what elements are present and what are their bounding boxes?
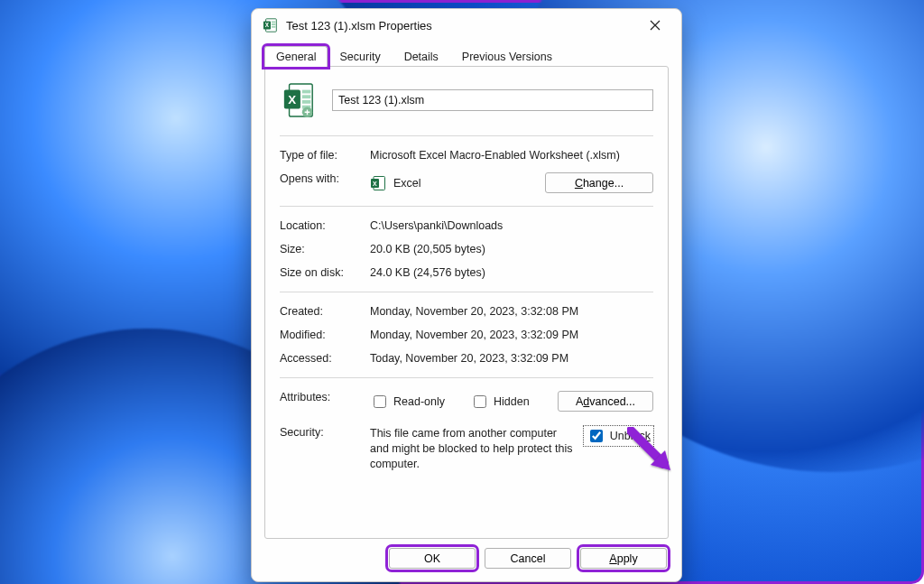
- location-value: C:\Users\panki\Downloads: [370, 219, 653, 232]
- cancel-button[interactable]: Cancel: [485, 548, 571, 569]
- accessed-value: Today, November 20, 2023, 3:32:09 PM: [370, 352, 653, 365]
- security-text: This file came from another computer and…: [370, 426, 577, 472]
- tab-strip: General Security Details Previous Versio…: [264, 45, 669, 66]
- hidden-checkbox[interactable]: Hidden: [470, 393, 530, 411]
- security-label: Security:: [280, 426, 370, 439]
- svg-rect-4: [272, 23, 276, 25]
- tab-previous-versions[interactable]: Previous Versions: [450, 46, 564, 67]
- readonly-checkbox[interactable]: Read-only: [370, 393, 445, 411]
- row-security: Security: This file came from another co…: [280, 426, 653, 472]
- tab-details[interactable]: Details: [393, 46, 450, 67]
- svg-text:X: X: [288, 93, 296, 107]
- accessed-label: Accessed:: [280, 352, 370, 365]
- hidden-checkbox-label: Hidden: [494, 395, 530, 408]
- filetype-label: Type of file:: [280, 149, 370, 162]
- svg-rect-3: [272, 22, 276, 23]
- filetype-value: Microsoft Excel Macro-Enabled Worksheet …: [370, 149, 653, 162]
- close-icon: [650, 20, 661, 31]
- row-opens-with: Opens with: X Excel Change...: [280, 172, 653, 193]
- row-filetype: Type of file: Microsoft Excel Macro-Enab…: [280, 149, 653, 162]
- row-attributes: Attributes: Read-only Hidden Advanced...: [280, 391, 653, 412]
- tab-general[interactable]: General: [264, 46, 328, 67]
- svg-text:X: X: [373, 180, 377, 186]
- created-value: Monday, November 20, 2023, 3:32:08 PM: [370, 305, 653, 318]
- file-header: X: [282, 81, 653, 119]
- attributes-label: Attributes:: [280, 391, 370, 403]
- close-button[interactable]: [636, 12, 674, 39]
- size-on-disk-value: 24.0 KB (24,576 bytes): [370, 266, 653, 279]
- location-label: Location:: [280, 219, 370, 232]
- row-location: Location: C:\Users\panki\Downloads: [280, 219, 653, 232]
- svg-rect-11: [302, 100, 311, 104]
- row-size-on-disk: Size on disk: 24.0 KB (24,576 bytes): [280, 266, 653, 279]
- readonly-checkbox-label: Read-only: [393, 395, 445, 408]
- properties-dialog: X Test 123 (1).xlsm Properties General S…: [251, 8, 682, 582]
- unblock-checkbox-label: Unblock: [610, 430, 651, 442]
- modified-label: Modified:: [280, 329, 370, 341]
- modified-value: Monday, November 20, 2023, 3:32:09 PM: [370, 329, 653, 341]
- excel-file-big-icon: X: [282, 81, 316, 119]
- readonly-checkbox-input[interactable]: [374, 395, 386, 408]
- size-value: 20.0 KB (20,505 bytes): [370, 243, 653, 255]
- tab-page-general: X Type of file: Microsoft Excel Macro-En…: [264, 66, 669, 539]
- row-size: Size: 20.0 KB (20,505 bytes): [280, 243, 653, 255]
- filename-input[interactable]: [332, 89, 653, 111]
- separator: [280, 135, 653, 136]
- opens-with-app: Excel: [393, 177, 421, 190]
- row-modified: Modified: Monday, November 20, 2023, 3:3…: [280, 329, 653, 341]
- svg-rect-5: [272, 26, 276, 28]
- desktop-background: X Test 123 (1).xlsm Properties General S…: [0, 0, 924, 584]
- created-label: Created:: [280, 305, 370, 318]
- svg-rect-9: [302, 90, 311, 94]
- ok-button[interactable]: OK: [389, 548, 476, 569]
- separator: [280, 377, 653, 378]
- excel-app-icon: X: [370, 175, 386, 191]
- dialog-footer: OK Cancel Apply: [252, 539, 681, 581]
- apply-button[interactable]: Apply: [580, 548, 667, 569]
- opens-with-label: Opens with:: [280, 172, 370, 185]
- separator: [280, 292, 653, 292]
- dialog-body: General Security Details Previous Versio…: [252, 42, 681, 539]
- row-created: Created: Monday, November 20, 2023, 3:32…: [280, 305, 653, 318]
- titlebar[interactable]: X Test 123 (1).xlsm Properties: [252, 9, 681, 42]
- hidden-checkbox-input[interactable]: [474, 395, 486, 408]
- unblock-checkbox-input[interactable]: [590, 430, 603, 442]
- tab-security[interactable]: Security: [328, 46, 392, 67]
- size-on-disk-label: Size on disk:: [280, 266, 370, 279]
- unblock-checkbox[interactable]: Unblock: [584, 426, 653, 446]
- separator: [280, 206, 653, 207]
- row-accessed: Accessed: Today, November 20, 2023, 3:32…: [280, 352, 653, 365]
- advanced-button[interactable]: Advanced...: [558, 391, 653, 412]
- svg-rect-10: [302, 95, 311, 98]
- window-title: Test 123 (1).xlsm Properties: [286, 19, 636, 32]
- excel-file-icon: X: [263, 17, 279, 33]
- change-button[interactable]: Change...: [545, 172, 653, 193]
- size-label: Size:: [280, 243, 370, 255]
